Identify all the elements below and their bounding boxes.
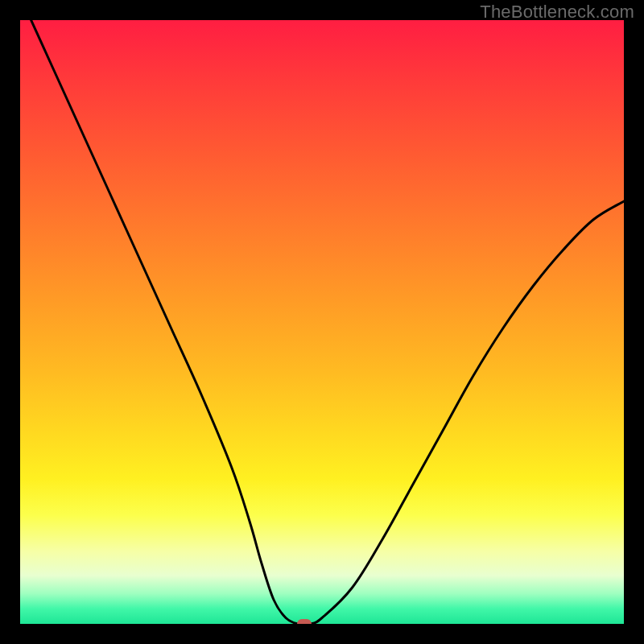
optimum-marker-icon	[297, 619, 312, 624]
watermark-text: TheBottleneck.com	[480, 2, 634, 23]
bottleneck-curve	[20, 20, 624, 624]
plot-area	[20, 20, 624, 624]
chart-frame: TheBottleneck.com	[0, 0, 644, 644]
